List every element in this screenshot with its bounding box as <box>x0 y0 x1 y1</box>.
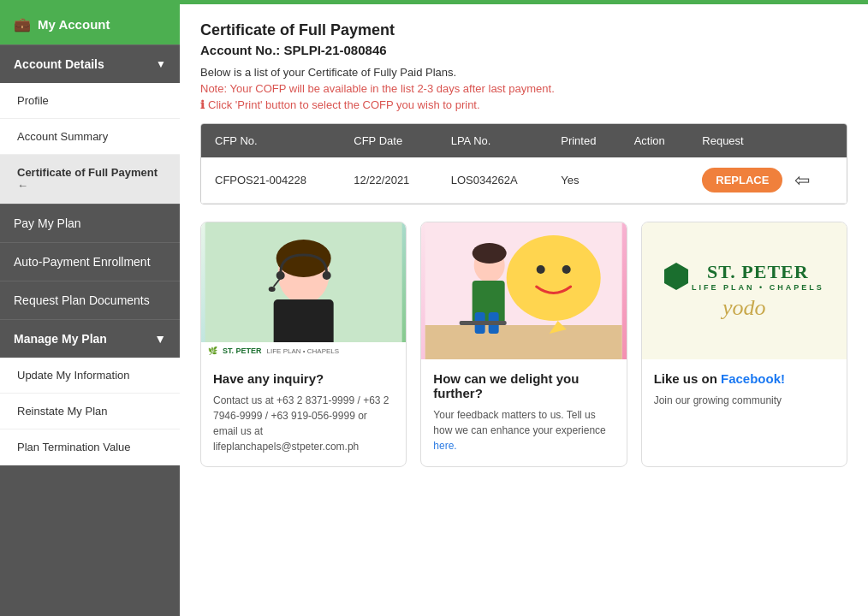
sidebar-account-details[interactable]: Account Details ▼ <box>0 44 180 83</box>
table-row: CFPOS21-004228 12/22/2021 LOS034262A Yes… <box>201 157 847 204</box>
description-text: Below is a list of your Certificate of F… <box>200 66 847 79</box>
card-facebook-title: Like us on Facebook! <box>654 371 835 386</box>
cell-action <box>621 157 689 204</box>
svg-point-5 <box>323 271 331 280</box>
briefcase-icon: 💼 <box>14 16 31 33</box>
svg-point-11 <box>562 265 571 274</box>
sidebar-item-termination-value[interactable]: Plan Termination Value <box>0 429 180 465</box>
note-text: Note: Your COFP will be available in the… <box>200 82 847 95</box>
sidebar-item-account-summary[interactable]: Account Summary <box>0 119 180 155</box>
svg-point-6 <box>269 287 276 292</box>
svg-rect-16 <box>460 321 507 325</box>
chevron-down-icon: ▼ <box>156 58 166 70</box>
chevron-down-icon-manage: ▼ <box>154 332 166 346</box>
col-cfp-date: CFP Date <box>340 124 437 157</box>
instruction-text: ℹ Click 'Print' button to select the COF… <box>200 98 847 111</box>
sidebar-item-profile[interactable]: Profile <box>0 83 180 119</box>
sidebar: 💼 My Account Account Details ▼ Profile A… <box>0 4 180 616</box>
sidebar-item-certificate[interactable]: Certificate of Full Payment <box>0 155 180 204</box>
cards-row: 🌿 ST. PETER LIFE PLAN • CHAPELS Have any… <box>200 222 847 467</box>
svg-point-9 <box>507 235 601 321</box>
cell-cfp-date: 12/22/2021 <box>340 157 437 204</box>
col-printed: Printed <box>547 124 620 157</box>
sidebar-item-auto-payment[interactable]: Auto-Payment Enrollment <box>0 242 180 281</box>
st-peter-diamond-icon <box>664 263 688 290</box>
svg-point-17 <box>473 243 507 264</box>
cfp-table-wrapper: CFP No. CFP Date LPA No. Printed Action … <box>200 123 847 204</box>
card-facebook-text: Join our growing community <box>654 393 835 408</box>
svg-point-10 <box>537 265 545 274</box>
card-contact-title: Have any inquiry? <box>213 371 394 386</box>
cell-request: REPLACE ⇦ <box>688 157 847 204</box>
cell-lpa-no: LOS034262A <box>437 157 548 204</box>
card-facebook: ST. PETER LIFE PLAN • CHAPELS yodo Like … <box>641 222 847 467</box>
sidebar-my-account[interactable]: 💼 My Account <box>0 4 180 44</box>
cell-printed: Yes <box>547 157 620 204</box>
account-number: Account No.: SPLPI-21-080846 <box>200 43 847 57</box>
card-facebook-image: ST. PETER LIFE PLAN • CHAPELS yodo <box>642 222 847 359</box>
sidebar-item-reinstate[interactable]: Reinstate My Plan <box>0 394 180 429</box>
arrow-indicator: ⇦ <box>794 169 810 192</box>
col-action: Action <box>621 124 689 157</box>
card-contact-text: Contact us at +63 2 8371-9999 / +63 2 79… <box>213 393 394 454</box>
col-cfp-no: CFP No. <box>201 124 340 157</box>
sidebar-item-update-info[interactable]: Update My Information <box>0 358 180 394</box>
page-title: Certificate of Full Payment <box>200 21 847 39</box>
col-request: Request <box>688 124 847 157</box>
card-contact-image: 🌿 ST. PETER LIFE PLAN • CHAPELS <box>201 222 406 359</box>
feedback-link[interactable]: here. <box>433 440 456 452</box>
card-feedback-text: Your feedback matters to us. Tell us how… <box>433 407 614 453</box>
col-lpa-no: LPA No. <box>437 124 548 157</box>
card-contact: 🌿 ST. PETER LIFE PLAN • CHAPELS Have any… <box>200 222 407 467</box>
st-peter-banner: 🌿 ST. PETER LIFE PLAN • CHAPELS <box>201 342 406 359</box>
info-icon: ℹ <box>200 98 205 111</box>
main-content: Certificate of Full Payment Account No.:… <box>180 4 868 616</box>
cfp-table: CFP No. CFP Date LPA No. Printed Action … <box>201 124 847 204</box>
card-feedback-title: How can we delight you further? <box>433 371 614 400</box>
card-feedback: How can we delight you further? Your fee… <box>420 222 627 467</box>
svg-point-2 <box>276 240 331 277</box>
sidebar-item-request-plan[interactable]: Request Plan Documents <box>0 281 180 319</box>
svg-rect-8 <box>425 325 622 359</box>
sidebar-manage-my-plan[interactable]: Manage My Plan ▼ <box>0 319 180 358</box>
sidebar-my-account-label: My Account <box>38 17 110 32</box>
card-feedback-image <box>421 222 626 359</box>
replace-button[interactable]: REPLACE <box>702 168 782 192</box>
sidebar-item-pay-my-plan[interactable]: Pay My Plan <box>0 204 180 242</box>
cell-cfp-no: CFPOS21-004228 <box>201 157 340 204</box>
